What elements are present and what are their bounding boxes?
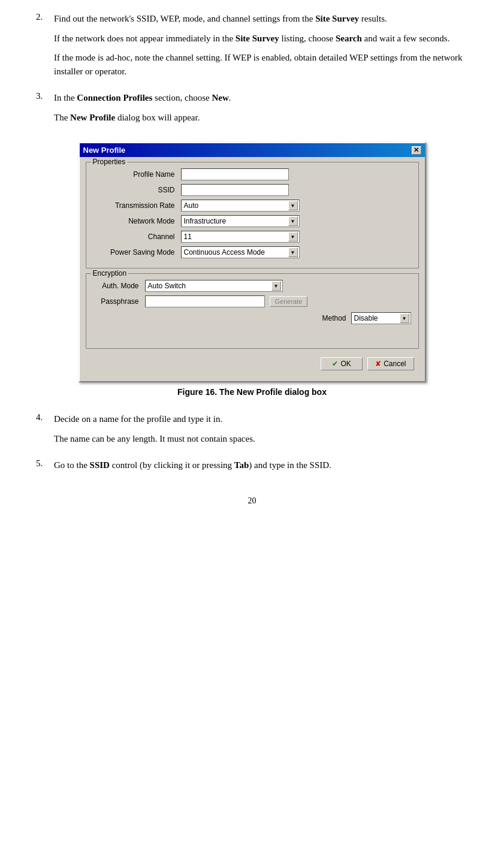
page-number: 20 bbox=[36, 496, 468, 506]
network-mode-label: Network Mode bbox=[91, 217, 181, 225]
properties-legend: Properties bbox=[91, 158, 128, 166]
para-2-3: If the mode is ad-hoc, note the channel … bbox=[54, 51, 468, 78]
passphrase-row: Passphrase Generate bbox=[91, 295, 414, 307]
encryption-legend: Encryption bbox=[91, 269, 129, 277]
channel-label: Channel bbox=[91, 233, 181, 241]
cancel-label: Cancel bbox=[384, 360, 406, 368]
ssid-input[interactable] bbox=[181, 184, 289, 196]
passphrase-input[interactable] bbox=[145, 295, 265, 307]
transmission-rate-arrow[interactable]: ▼ bbox=[288, 201, 298, 210]
cancel-button[interactable]: ✘ Cancel bbox=[367, 357, 414, 370]
transmission-rate-label: Transmission Rate bbox=[91, 201, 181, 210]
method-select[interactable]: Disable ▼ bbox=[351, 312, 411, 324]
transmission-rate-row: Transmission Rate Auto ▼ bbox=[91, 200, 414, 212]
auth-mode-row: Auth. Mode Auto Switch ▼ bbox=[91, 280, 414, 292]
list-content-3: In the Connection Profiles section, choo… bbox=[54, 91, 468, 130]
channel-value: 11 bbox=[184, 233, 192, 241]
encryption-fieldset: Encryption Auth. Mode Auto Switch ▼ Pass… bbox=[86, 273, 419, 349]
list-item-2: 2. Find out the network's SSID, WEP, mod… bbox=[36, 12, 468, 84]
list-item-5: 5. Go to the SSID control (by clicking i… bbox=[36, 458, 468, 478]
list-content-2: Find out the network's SSID, WEP, mode, … bbox=[54, 12, 468, 84]
para-3-1: In the Connection Profiles section, choo… bbox=[54, 91, 468, 105]
dialog-container: New Profile ✕ Properties Profile Name SS… bbox=[36, 142, 468, 406]
list-num-5: 5. bbox=[36, 458, 54, 478]
list-num-4: 4. bbox=[36, 412, 54, 451]
power-saving-value: Continuous Access Mode bbox=[184, 248, 265, 256]
method-label: Method bbox=[322, 314, 346, 322]
list-item-4: 4. Decide on a name for the profile and … bbox=[36, 412, 468, 451]
list-item-3: 3. In the Connection Profiles section, c… bbox=[36, 91, 468, 130]
dialog-close-button[interactable]: ✕ bbox=[412, 146, 421, 155]
new-profile-dialog[interactable]: New Profile ✕ Properties Profile Name SS… bbox=[79, 142, 426, 382]
channel-select[interactable]: 11 ▼ bbox=[181, 231, 300, 243]
auth-mode-select[interactable]: Auto Switch ▼ bbox=[145, 280, 283, 292]
network-mode-arrow[interactable]: ▼ bbox=[288, 216, 298, 226]
method-row: Method Disable ▼ bbox=[91, 312, 414, 324]
list-num-2: 2. bbox=[36, 12, 54, 84]
method-value: Disable bbox=[354, 314, 378, 322]
transmission-rate-value: Auto bbox=[184, 201, 199, 210]
power-saving-arrow[interactable]: ▼ bbox=[288, 248, 298, 257]
ssid-label: SSID bbox=[91, 186, 181, 194]
auth-mode-value: Auto Switch bbox=[148, 282, 186, 290]
passphrase-label: Passphrase bbox=[91, 297, 145, 306]
channel-row: Channel 11 ▼ bbox=[91, 231, 414, 243]
power-saving-label: Power Saving Mode bbox=[91, 248, 181, 256]
dialog-titlebar: New Profile ✕ bbox=[80, 143, 425, 157]
network-mode-value: Infrastructure bbox=[184, 217, 227, 225]
dialog-title: New Profile bbox=[83, 146, 126, 155]
list-num-3: 3. bbox=[36, 91, 54, 130]
para-3-2: The New Profile dialog box will appear. bbox=[54, 111, 468, 125]
figure-caption: Figure 16. The New Profile dialog box bbox=[177, 387, 327, 397]
channel-arrow[interactable]: ▼ bbox=[288, 232, 298, 242]
generate-button[interactable]: Generate bbox=[270, 296, 308, 307]
ok-label: OK bbox=[340, 360, 351, 368]
auth-mode-arrow[interactable]: ▼ bbox=[271, 281, 281, 291]
para-2-2: If the network does not appear immediate… bbox=[54, 32, 468, 46]
para-2-1: Find out the network's SSID, WEP, mode, … bbox=[54, 12, 468, 26]
list-content-4: Decide on a name for the profile and typ… bbox=[54, 412, 468, 451]
properties-fieldset: Properties Profile Name SSID Transmissio… bbox=[86, 162, 419, 268]
power-saving-select[interactable]: Continuous Access Mode ▼ bbox=[181, 246, 300, 258]
transmission-rate-select[interactable]: Auto ▼ bbox=[181, 200, 300, 212]
ssid-row: SSID bbox=[91, 184, 414, 196]
para-5-1: Go to the SSID control (by clicking it o… bbox=[54, 458, 468, 472]
list-content-5: Go to the SSID control (by clicking it o… bbox=[54, 458, 468, 478]
power-saving-row: Power Saving Mode Continuous Access Mode… bbox=[91, 246, 414, 258]
ok-icon: ✔ bbox=[332, 360, 338, 368]
network-mode-select[interactable]: Infrastructure ▼ bbox=[181, 215, 300, 227]
para-4-2: The name can be any length. It must not … bbox=[54, 432, 468, 446]
dialog-body: Properties Profile Name SSID Transmissio… bbox=[80, 157, 425, 381]
method-arrow[interactable]: ▼ bbox=[400, 313, 409, 323]
para-4-1: Decide on a name for the profile and typ… bbox=[54, 412, 468, 426]
profile-name-label: Profile Name bbox=[91, 170, 181, 179]
profile-name-row: Profile Name bbox=[91, 168, 414, 180]
ok-button[interactable]: ✔ OK bbox=[321, 357, 363, 370]
cancel-icon: ✘ bbox=[375, 360, 381, 368]
dialog-buttons: ✔ OK ✘ Cancel bbox=[86, 354, 419, 375]
network-mode-row: Network Mode Infrastructure ▼ bbox=[91, 215, 414, 227]
auth-mode-label: Auth. Mode bbox=[91, 282, 145, 290]
profile-name-input[interactable] bbox=[181, 168, 289, 180]
